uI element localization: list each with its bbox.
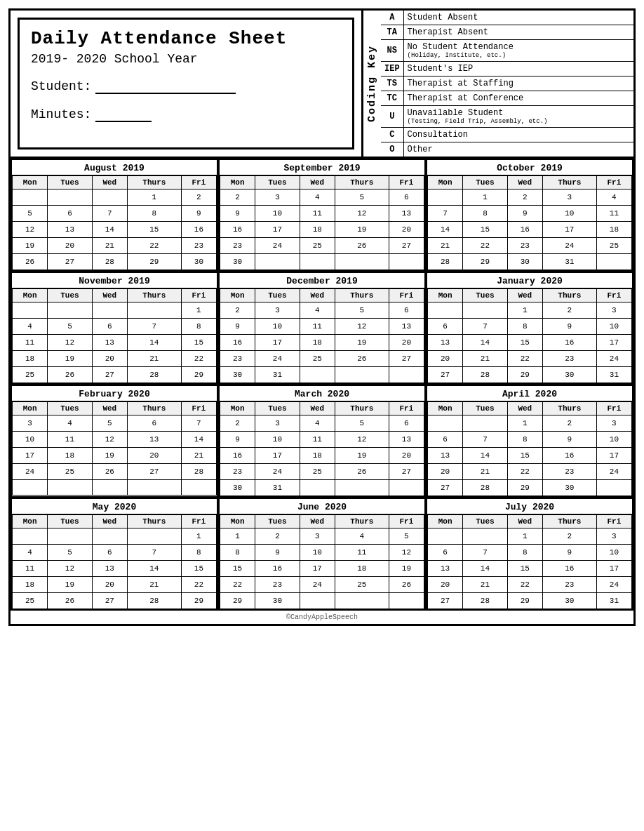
calendar-title-10: June 2020: [220, 499, 424, 514]
cal-header: Fri: [181, 402, 216, 416]
cal-header: Thurs: [335, 289, 389, 303]
cal-table-9: MonTuesWedThursFri1456781112131415181920…: [12, 514, 217, 609]
coding-desc-2: No Student Attendance(Holiday, Institute…: [403, 40, 633, 62]
cal-day: [596, 254, 631, 270]
cal-header: Thurs: [542, 515, 596, 528]
page-title: Daily Attendance Sheet: [31, 28, 341, 49]
cal-header: Wed: [507, 289, 542, 303]
cal-day: 17: [596, 335, 631, 351]
calendar-title-3: November 2019: [12, 273, 217, 288]
cal-day: 5: [335, 303, 389, 319]
cal-day: [300, 480, 335, 496]
cal-day: 29: [463, 254, 508, 270]
cal-day: 10: [13, 432, 48, 448]
cal-day: 29: [507, 367, 542, 383]
cal-day: 26: [92, 464, 127, 480]
calendar-9: May 2020MonTuesWedThursFri14567811121314…: [11, 498, 218, 611]
cal-day: 9: [507, 206, 542, 222]
cal-day: [48, 528, 93, 545]
cal-day: 22: [507, 464, 542, 480]
cal-day: 23: [220, 351, 255, 367]
school-year: 2019- 2020 School Year: [31, 52, 341, 66]
coding-code-2: NS: [381, 40, 403, 62]
cal-day: 9: [542, 545, 596, 561]
cal-day: 3: [596, 416, 631, 432]
cal-day: 23: [220, 238, 255, 254]
cal-day: 8: [507, 432, 542, 448]
cal-day: 1: [463, 190, 508, 206]
cal-day: 13: [389, 319, 424, 335]
cal-day: 28: [463, 480, 508, 496]
cal-day: 31: [255, 367, 300, 383]
coding-code-0: A: [381, 11, 403, 25]
cal-day: 1: [507, 416, 542, 432]
cal-day: 6: [92, 319, 127, 335]
calendar-title-1: September 2019: [220, 160, 424, 175]
cal-day: 8: [220, 545, 255, 561]
cal-header: Mon: [220, 176, 255, 190]
cal-day: [48, 480, 93, 496]
cal-day: 30: [542, 593, 596, 609]
cal-day: 24: [596, 464, 631, 480]
cal-day: 27: [428, 480, 463, 496]
cal-day: [389, 254, 424, 270]
cal-header: Tues: [255, 515, 300, 528]
cal-day: 29: [127, 254, 181, 270]
cal-header: Wed: [92, 289, 127, 303]
cal-day: 29: [220, 593, 255, 609]
cal-day: [181, 480, 216, 496]
cal-day: 26: [48, 367, 93, 383]
cal-day: [127, 303, 181, 319]
cal-day: 5: [92, 416, 127, 432]
cal-day: 17: [13, 448, 48, 464]
cal-day: 23: [255, 577, 300, 593]
cal-header: Tues: [463, 402, 508, 416]
cal-day: 31: [255, 480, 300, 496]
cal-day: 2: [181, 190, 216, 206]
coding-code-8: O: [381, 142, 403, 157]
cal-day: [463, 303, 508, 319]
coding-desc-6: Unavailable Student(Testing, Field Trip,…: [403, 106, 633, 128]
cal-day: 10: [255, 206, 300, 222]
cal-day: 21: [127, 577, 181, 593]
cal-day: 10: [300, 545, 335, 561]
cal-day: 17: [596, 448, 631, 464]
cal-header: Tues: [48, 289, 93, 303]
cal-day: 10: [596, 432, 631, 448]
cal-day: 16: [220, 335, 255, 351]
cal-day: 6: [389, 190, 424, 206]
cal-day: 29: [181, 367, 216, 383]
calendar-0: August 2019MonTuesWedThursFri12567891213…: [11, 159, 218, 272]
cal-day: 22: [507, 351, 542, 367]
cal-day: 24: [596, 577, 631, 593]
cal-header: Mon: [220, 289, 255, 303]
cal-day: [463, 416, 508, 432]
cal-day: [13, 480, 48, 496]
cal-header: Tues: [255, 176, 300, 190]
calendar-5: January 2020MonTuesWedThursFri1236789101…: [426, 272, 633, 385]
cal-day: 2: [255, 528, 300, 545]
cal-day: 13: [48, 222, 93, 238]
cal-header: Fri: [596, 176, 631, 190]
cal-day: 24: [255, 464, 300, 480]
cal-day: 1: [220, 528, 255, 545]
calendar-title-9: May 2020: [12, 499, 217, 514]
cal-header: Fri: [596, 402, 631, 416]
cal-day: 7: [92, 206, 127, 222]
cal-day: 21: [127, 351, 181, 367]
cal-day: 2: [542, 303, 596, 319]
cal-day: 28: [463, 593, 508, 609]
cal-header: Wed: [300, 176, 335, 190]
cal-day: 10: [255, 432, 300, 448]
cal-header: Thurs: [335, 176, 389, 190]
calendar-6: February 2020MonTuesWedThursFri345671011…: [11, 385, 218, 498]
cal-header: Wed: [92, 402, 127, 416]
calendar-7: March 2020MonTuesWedThursFri234569101112…: [218, 385, 426, 498]
cal-day: [48, 190, 93, 206]
coding-code-1: TA: [381, 25, 403, 40]
cal-header: Mon: [428, 289, 463, 303]
cal-header: Tues: [463, 176, 508, 190]
cal-day: 22: [220, 577, 255, 593]
cal-header: Wed: [92, 515, 127, 528]
cal-header: Mon: [13, 402, 48, 416]
